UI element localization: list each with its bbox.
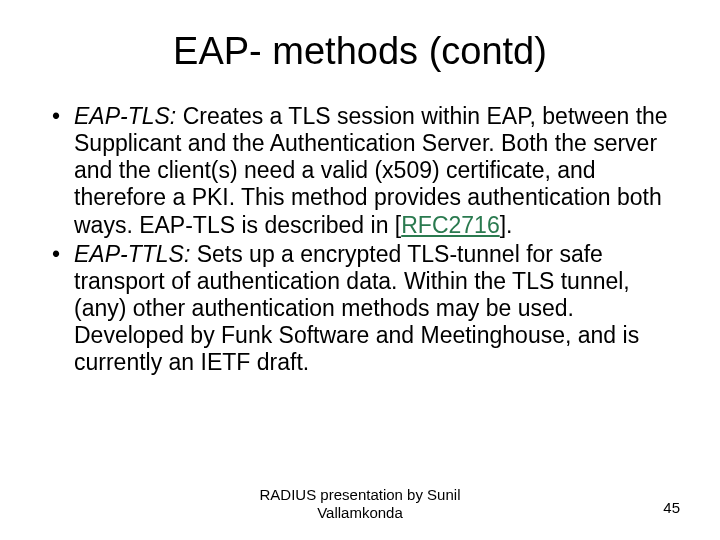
bullet-list: EAP-TLS: Creates a TLS session within EA… [50,103,670,376]
footer: RADIUS presentation by Sunil Vallamkonda [0,486,720,522]
bullet-label: EAP-TTLS: [74,241,190,267]
page-number: 45 [663,499,680,516]
footer-line-1: RADIUS presentation by Sunil [260,486,461,503]
rfc-link[interactable]: RFC2716 [401,212,499,238]
bullet-label: EAP-TLS: [74,103,176,129]
page-title: EAP- methods (contd) [50,30,670,73]
list-item: EAP-TLS: Creates a TLS session within EA… [50,103,670,239]
bullet-text-post: ]. [500,212,513,238]
list-item: EAP-TTLS: Sets up a encrypted TLS-tunnel… [50,241,670,377]
footer-line-2: Vallamkonda [317,504,403,521]
slide: EAP- methods (contd) EAP-TLS: Creates a … [0,0,720,540]
